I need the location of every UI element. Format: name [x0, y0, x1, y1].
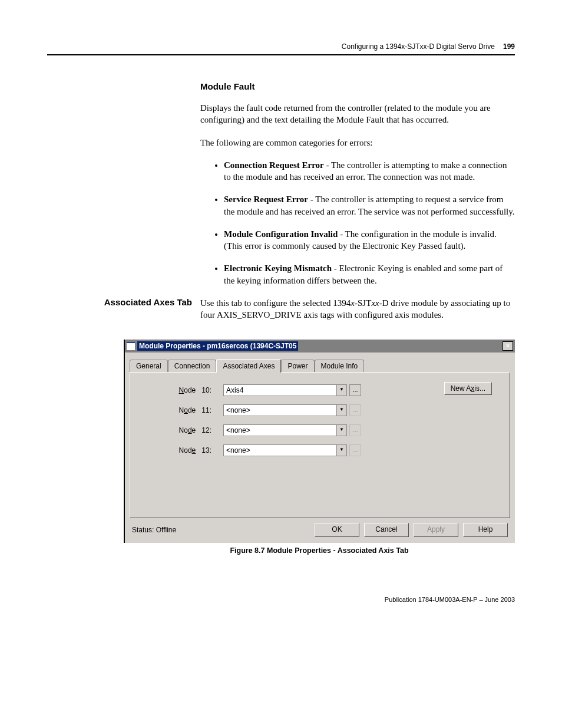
- list-item: Service Request Error - The controller i…: [224, 193, 515, 218]
- ellipsis-button[interactable]: ...: [349, 384, 361, 396]
- apply-button: Apply: [414, 523, 458, 537]
- axis-dropdown[interactable]: <none>▼: [223, 424, 347, 436]
- header-title: Configuring a 1394x-SJTxx-D Digital Serv…: [342, 42, 495, 51]
- tab-associated-axes[interactable]: Associated Axes: [216, 359, 281, 373]
- list-item: Module Configuration Invalid - The confi…: [224, 228, 515, 252]
- axis-dropdown[interactable]: Axis4▼: [223, 384, 347, 396]
- tab-connection[interactable]: Connection: [168, 360, 217, 372]
- chevron-down-icon[interactable]: ▼: [336, 425, 346, 436]
- error-list: Connection Request Error - The controlle…: [200, 159, 515, 286]
- tab-module-info[interactable]: Module Info: [315, 360, 365, 372]
- section-title-module-fault: Module Fault: [200, 81, 515, 91]
- page-header: Configuring a 1394x-SJTxx-D Digital Serv…: [47, 42, 515, 55]
- axis-dropdown[interactable]: <none>▼: [223, 444, 347, 456]
- node-label: Node 11:: [141, 406, 223, 414]
- close-icon[interactable]: ×: [503, 341, 513, 351]
- axis-row: Node 12: <none>▼ ...: [141, 424, 499, 436]
- cancel-button[interactable]: Cancel: [364, 523, 409, 537]
- axis-dropdown[interactable]: <none>▼: [223, 404, 347, 416]
- tab-general[interactable]: General: [130, 360, 168, 372]
- ok-button[interactable]: OK: [315, 523, 359, 537]
- dialog-titlebar[interactable]: Module Properties - pm16sercos (1394C-SJ…: [125, 340, 515, 353]
- paragraph: Displays the fault code returned from th…: [200, 102, 515, 126]
- tab-panel-associated-axes: New Axis... Node 10: Axis4▼ ... Node 11:…: [130, 372, 510, 518]
- axis-row: Node 11: <none>▼ ...: [141, 404, 499, 416]
- dialog-bottom-bar: Status: Offline OK Cancel Apply Help: [125, 518, 515, 543]
- figure-caption: Figure 8.7 Module Properties - Associate…: [124, 546, 515, 555]
- chevron-down-icon[interactable]: ▼: [336, 445, 346, 456]
- dialog-title: Module Properties - pm16sercos (1394C-SJ…: [137, 341, 298, 351]
- ellipsis-button: ...: [349, 404, 361, 416]
- chevron-down-icon[interactable]: ▼: [336, 405, 346, 416]
- module-properties-dialog: Module Properties - pm16sercos (1394C-SJ…: [124, 340, 515, 543]
- list-item: Connection Request Error - The controlle…: [224, 159, 515, 183]
- chevron-down-icon[interactable]: ▼: [336, 385, 346, 396]
- ellipsis-button: ...: [349, 444, 361, 456]
- tab-strip: General Connection Associated Axes Power…: [130, 358, 510, 372]
- new-axis-button[interactable]: New Axis...: [444, 382, 492, 395]
- window-icon: [127, 342, 135, 350]
- paragraph: The following are common categories for …: [200, 137, 515, 149]
- node-label: Node 13:: [141, 446, 223, 454]
- paragraph: Use this tab to configure the selected 1…: [200, 297, 515, 321]
- ellipsis-button: ...: [349, 424, 361, 436]
- help-button[interactable]: Help: [463, 523, 508, 537]
- node-label: Node 10:: [141, 386, 223, 394]
- list-item: Electronic Keying Mismatch - Electronic …: [224, 262, 515, 286]
- page-number: 199: [503, 42, 515, 51]
- tab-power[interactable]: Power: [281, 360, 314, 372]
- axis-row: Node 13: <none>▼ ...: [141, 444, 499, 456]
- status-text: Status: Offline: [132, 526, 176, 534]
- side-heading-associated-axes: Associated Axes Tab: [104, 297, 192, 307]
- node-label: Node 12:: [141, 426, 223, 434]
- page-footer: Publication 1784-UM003A-EN-P – June 2003: [47, 596, 515, 603]
